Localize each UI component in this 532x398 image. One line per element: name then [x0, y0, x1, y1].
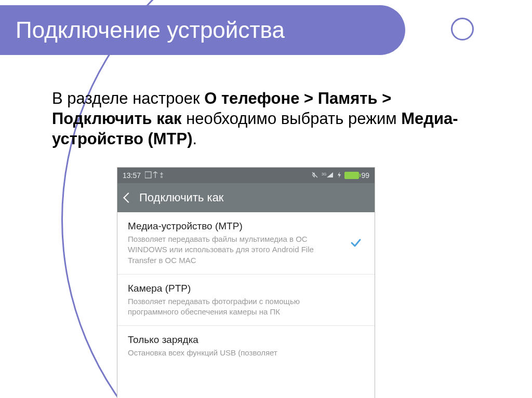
battery-icon: [344, 172, 359, 179]
back-icon[interactable]: [123, 193, 134, 203]
body-text: В разделе настроек О телефоне > Память >…: [52, 89, 478, 149]
slide-title: Подключение устройства: [16, 17, 285, 43]
check-icon: [350, 237, 362, 249]
option-title: Камера (PTP): [128, 283, 364, 294]
option-ptp[interactable]: Камера (PTP) Позволяет передавать фотогр…: [117, 275, 375, 326]
options-list: Медиа-устройство (MTP) Позволяет передав…: [117, 212, 375, 367]
bolt-icon: [337, 171, 341, 180]
body-suffix: .: [193, 130, 197, 148]
option-desc: Остановка всех функций USB (позволяет: [128, 348, 325, 358]
status-icons-left: [145, 171, 169, 180]
option-desc: Позволяет передавать фотографии с помощь…: [128, 296, 325, 318]
svg-rect-0: [145, 172, 151, 178]
phone-screenshot: 13:57 3G: [117, 167, 375, 398]
option-title: Только зарядка: [128, 334, 364, 346]
option-title: Медиа-устройство (MTP): [128, 221, 364, 232]
body-content: В разделе настроек О телефоне > Память >…: [52, 73, 478, 165]
mute-icon: [311, 171, 318, 180]
app-bar: Подключить как: [117, 183, 375, 212]
option-mtp[interactable]: Медиа-устройство (MTP) Позволяет передав…: [117, 212, 375, 275]
status-right: 3G 99: [311, 171, 369, 180]
status-left: 13:57: [123, 171, 169, 180]
status-bar: 13:57 3G: [117, 168, 375, 183]
signal-icon: 3G: [322, 171, 334, 180]
body-prefix: В разделе настроек: [52, 89, 204, 107]
decorative-circle: [451, 18, 474, 40]
slide: Подключение устройства В разделе настрое…: [0, 0, 532, 398]
body-mid: необходимо выбрать режим: [182, 109, 402, 128]
svg-text:3G: 3G: [322, 172, 326, 176]
battery-percent: 99: [361, 171, 369, 180]
status-time: 13:57: [123, 171, 141, 180]
app-bar-title: Подключить как: [139, 191, 224, 204]
battery-indicator: 99: [344, 171, 369, 180]
option-charge-only[interactable]: Только зарядка Остановка всех функций US…: [117, 326, 375, 366]
option-desc: Позволяет передавать файлы мультимедиа в…: [128, 234, 325, 266]
header-band: Подключение устройства: [0, 5, 405, 55]
